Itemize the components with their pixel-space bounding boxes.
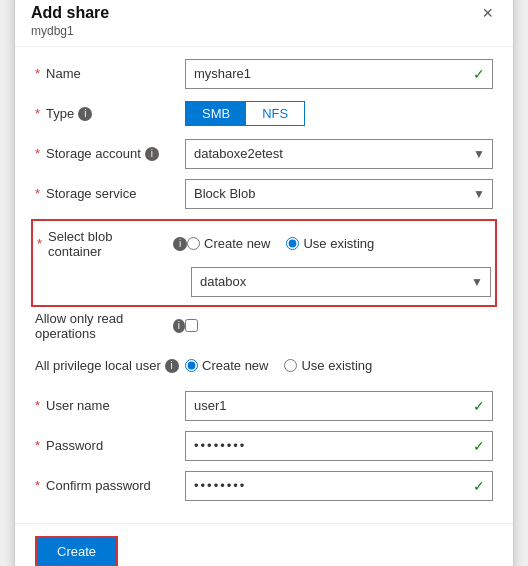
- required-star-bc: *: [37, 236, 42, 251]
- password-label: * Password: [35, 438, 185, 453]
- create-button[interactable]: Create: [35, 536, 118, 567]
- privilege-use-existing-text: Use existing: [301, 358, 372, 373]
- blob-container-radio-group: Create new Use existing: [187, 236, 374, 251]
- blob-container-label: * Select blob container i: [37, 229, 187, 259]
- confirm-password-checkmark-icon: ✓: [473, 478, 485, 494]
- storage-service-select-wrapper: Block Blob Page Blob Azure Files ▼: [185, 179, 493, 209]
- storage-service-control: Block Blob Page Blob Azure Files ▼: [185, 179, 493, 209]
- blob-use-existing-radio[interactable]: [286, 237, 299, 250]
- blob-container-select[interactable]: databox: [191, 267, 491, 297]
- confirm-password-input[interactable]: [185, 471, 493, 501]
- password-checkmark-icon: ✓: [473, 438, 485, 454]
- type-label: * Type i: [35, 106, 185, 121]
- storage-account-info-icon[interactable]: i: [145, 147, 159, 161]
- privilege-create-new-text: Create new: [202, 358, 268, 373]
- storage-service-label: * Storage service: [35, 186, 185, 201]
- allow-read-info-icon[interactable]: i: [173, 319, 185, 333]
- required-star-type: *: [35, 106, 40, 121]
- blob-container-section: * Select blob container i Create new Use…: [31, 219, 497, 307]
- dialog-subtitle: mydbg1: [31, 24, 109, 38]
- type-toggle: SMB NFS: [185, 101, 305, 126]
- privilege-create-new-radio[interactable]: [185, 359, 198, 372]
- password-control: ✓: [185, 431, 493, 461]
- username-checkmark-icon: ✓: [473, 398, 485, 414]
- required-star-un: *: [35, 398, 40, 413]
- privilege-create-new-label[interactable]: Create new: [185, 358, 268, 373]
- storage-account-select-wrapper: databoxe2etest ▼: [185, 139, 493, 169]
- storage-account-select[interactable]: databoxe2etest: [185, 139, 493, 169]
- dialog-title: Add share: [31, 4, 109, 22]
- confirm-password-control: ✓: [185, 471, 493, 501]
- storage-service-select[interactable]: Block Blob Page Blob Azure Files: [185, 179, 493, 209]
- dialog-body: * Name ✓ * Type i SMB NFS: [15, 47, 513, 523]
- password-input-wrapper: ✓: [185, 431, 493, 461]
- privilege-use-existing-radio[interactable]: [284, 359, 297, 372]
- privilege-user-label: All privilege local user i: [35, 358, 185, 373]
- storage-account-control: databoxe2etest ▼: [185, 139, 493, 169]
- allow-read-checkbox-label[interactable]: [185, 319, 198, 332]
- blob-container-select-wrapper: databox ▼: [191, 267, 491, 297]
- add-share-dialog: Add share mydbg1 × * Name ✓ * Type: [14, 0, 514, 566]
- blob-use-existing-label[interactable]: Use existing: [286, 236, 374, 251]
- required-star-pw: *: [35, 438, 40, 453]
- smb-button[interactable]: SMB: [186, 102, 246, 125]
- required-star-ss: *: [35, 186, 40, 201]
- privilege-user-info-icon[interactable]: i: [165, 359, 179, 373]
- name-label: * Name: [35, 66, 185, 81]
- confirm-password-row: * Confirm password ✓: [35, 471, 493, 501]
- allow-read-control: [185, 319, 493, 332]
- close-button[interactable]: ×: [478, 4, 497, 22]
- storage-service-row: * Storage service Block Blob Page Blob A…: [35, 179, 493, 209]
- blob-container-radio-control: Create new Use existing: [187, 236, 491, 251]
- username-input[interactable]: [185, 391, 493, 421]
- password-row: * Password ✓: [35, 431, 493, 461]
- allow-read-row: Allow only read operations i: [35, 311, 493, 341]
- dialog-header: Add share mydbg1 ×: [15, 0, 513, 47]
- blob-create-new-text: Create new: [204, 236, 270, 251]
- required-star-sa: *: [35, 146, 40, 161]
- blob-dropdown-row: databox ▼: [37, 267, 491, 297]
- type-info-icon[interactable]: i: [78, 107, 92, 121]
- username-row: * User name ✓: [35, 391, 493, 421]
- blob-container-row: * Select blob container i Create new Use…: [37, 229, 491, 259]
- confirm-password-input-wrapper: ✓: [185, 471, 493, 501]
- allow-read-checkbox[interactable]: [185, 319, 198, 332]
- name-checkmark-icon: ✓: [473, 66, 485, 82]
- storage-account-label: * Storage account i: [35, 146, 185, 161]
- confirm-password-label: * Confirm password: [35, 478, 185, 493]
- password-input[interactable]: [185, 431, 493, 461]
- blob-use-existing-text: Use existing: [303, 236, 374, 251]
- nfs-button[interactable]: NFS: [246, 102, 304, 125]
- name-row: * Name ✓: [35, 59, 493, 89]
- blob-create-new-radio[interactable]: [187, 237, 200, 250]
- privilege-user-row: All privilege local user i Create new Us…: [35, 351, 493, 381]
- blob-container-info-icon[interactable]: i: [173, 237, 187, 251]
- required-star: *: [35, 66, 40, 81]
- storage-account-row: * Storage account i databoxe2etest ▼: [35, 139, 493, 169]
- privilege-use-existing-label[interactable]: Use existing: [284, 358, 372, 373]
- username-label: * User name: [35, 398, 185, 413]
- name-control: ✓: [185, 59, 493, 89]
- required-star-cp: *: [35, 478, 40, 493]
- privilege-user-control: Create new Use existing: [185, 358, 493, 373]
- username-control: ✓: [185, 391, 493, 421]
- privilege-user-radio-group: Create new Use existing: [185, 358, 372, 373]
- dialog-footer: Create: [15, 523, 513, 567]
- blob-create-new-label[interactable]: Create new: [187, 236, 270, 251]
- name-input-wrapper: ✓: [185, 59, 493, 89]
- type-control: SMB NFS: [185, 101, 493, 126]
- username-input-wrapper: ✓: [185, 391, 493, 421]
- dialog-title-block: Add share mydbg1: [31, 4, 109, 38]
- name-input[interactable]: [185, 59, 493, 89]
- allow-read-label: Allow only read operations i: [35, 311, 185, 341]
- type-row: * Type i SMB NFS: [35, 99, 493, 129]
